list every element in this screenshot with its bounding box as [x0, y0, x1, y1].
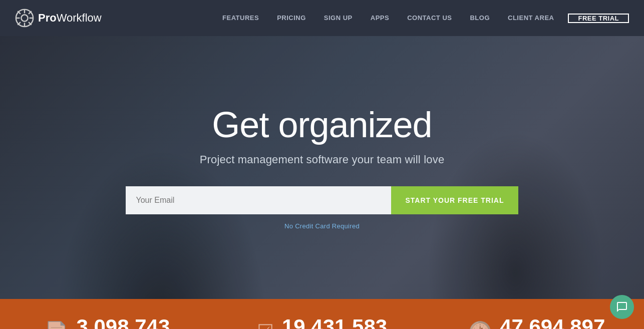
hours-number: 47,694,897	[500, 315, 605, 329]
logo-icon	[15, 9, 34, 28]
hero-content: Get organized Project management softwar…	[0, 105, 644, 229]
hero-form: START YOUR FREE TRIAL	[10, 186, 634, 214]
nav-item-pricing[interactable]: PRICING	[268, 0, 315, 36]
tasks-icon: ☑	[257, 320, 274, 329]
email-input[interactable]	[126, 186, 391, 214]
nav-item-apps[interactable]: APPS	[362, 0, 398, 36]
stat-projects-text: 3,098,743 Projects Made	[76, 315, 170, 329]
svg-point-1	[21, 15, 28, 21]
tasks-number: 19,431,583	[282, 315, 387, 329]
hero-section: Get organized Project management softwar…	[0, 36, 644, 299]
chat-bubble[interactable]	[610, 295, 634, 319]
nav-item-features[interactable]: FEATURES	[213, 0, 268, 36]
nav-item-blog[interactable]: BLOG	[461, 0, 499, 36]
start-trial-button[interactable]: START YOUR FREE TRIAL	[391, 186, 518, 214]
no-credit-card-note: No Credit Card Required	[10, 222, 634, 230]
stat-tasks-text: 19,431,583 Tasks Created	[282, 315, 387, 329]
projects-number: 3,098,743	[76, 315, 170, 329]
stat-tasks: ☑ 19,431,583 Tasks Created	[215, 315, 430, 329]
stat-projects: 📄 3,098,743 Projects Made	[0, 315, 215, 329]
hours-icon: 🕐	[468, 320, 492, 329]
stats-bar: 📄 3,098,743 Projects Made ☑ 19,431,583 T…	[0, 299, 644, 329]
nav-item-signup[interactable]: SIGN UP	[315, 0, 362, 36]
nav-links: FEATURES PRICING SIGN UP APPS CONTACT US…	[213, 0, 629, 36]
stat-hours: 🕐 47,694,897 Hours Tracked	[429, 315, 644, 329]
logo[interactable]: ProWorkflow	[15, 9, 102, 28]
nav-item-client-area[interactable]: CLIENT AREA	[499, 0, 563, 36]
nav-item-free-trial[interactable]: FREE TRIAL	[563, 14, 629, 23]
projects-icon: 📄	[45, 320, 68, 329]
hero-title: Get organized	[10, 105, 634, 145]
stat-hours-text: 47,694,897 Hours Tracked	[500, 315, 605, 329]
nav-item-contact[interactable]: CONTACT US	[398, 0, 461, 36]
hero-subtitle: Project management software your team wi…	[10, 153, 634, 166]
navbar: ProWorkflow FEATURES PRICING SIGN UP APP…	[0, 0, 644, 36]
logo-text: ProWorkflow	[38, 12, 102, 25]
chat-icon	[616, 301, 628, 313]
